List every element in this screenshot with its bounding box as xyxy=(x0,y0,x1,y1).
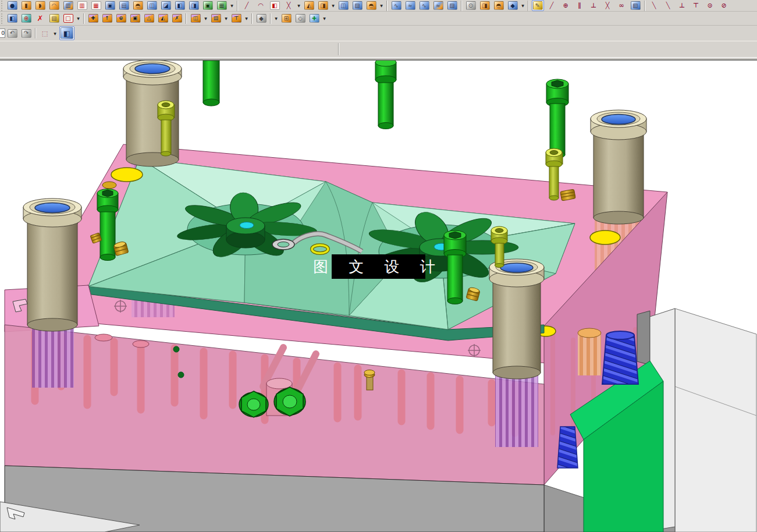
point-on-curve-icon[interactable]: ╳ xyxy=(600,0,614,12)
line-endpoint-icon[interactable]: ╲ xyxy=(647,0,661,12)
unused-feature-icon[interactable]: ◇ xyxy=(293,12,307,25)
wave-remove-icon[interactable]: ✗ xyxy=(170,12,184,25)
toolbar-drag-handle[interactable] xyxy=(1,13,4,24)
toolbar-drag-handle[interactable] xyxy=(1,1,4,11)
socket-screw-right-impeller[interactable] xyxy=(444,230,466,304)
revolve-icon[interactable]: ◗ xyxy=(33,0,47,12)
swept-surface-icon[interactable]: ∿ xyxy=(417,0,431,12)
circle-center-icon[interactable]: ⊙ xyxy=(703,0,717,12)
move-component-icon[interactable]: ✚ xyxy=(307,12,321,25)
socket-screw-top-right[interactable] xyxy=(546,79,568,158)
facet-body-icon[interactable]: ◆ xyxy=(506,0,520,12)
hole-icon[interactable]: ▥ xyxy=(75,0,89,12)
curvature-analysis-icon[interactable]: ◓ xyxy=(492,0,506,12)
dropdown-arrow[interactable]: ▼ xyxy=(330,0,336,12)
socket-screw-2[interactable] xyxy=(375,61,396,129)
brass-plug-top-right[interactable] xyxy=(560,189,575,201)
n-sided-surface-icon[interactable]: ▨ xyxy=(445,0,459,12)
dropdown-arrow[interactable]: ▼ xyxy=(273,13,279,24)
value-field[interactable]: 0 xyxy=(0,29,5,38)
wave-datum-icon[interactable]: ◭ xyxy=(156,12,170,25)
split-view-icon[interactable]: ◧ xyxy=(5,12,19,25)
perpendicular-dimension-icon[interactable]: ⊥ xyxy=(675,0,689,12)
wave-link-add-icon[interactable]: ✚ xyxy=(86,12,100,25)
sketch-line-icon[interactable]: ╱ xyxy=(545,0,559,12)
graphics-viewport[interactable]: 图 文 设 计 xyxy=(0,61,757,532)
dropdown-arrow[interactable]: ▼ xyxy=(52,27,58,39)
unite-icon[interactable]: ◨ xyxy=(187,0,201,12)
guide-bushing-bottom-right[interactable] xyxy=(489,259,544,379)
wave-measure-icon[interactable]: ⊤ xyxy=(229,12,243,25)
move-face-icon[interactable]: ◭ xyxy=(302,0,316,12)
dropdown-arrow[interactable]: ▼ xyxy=(321,13,328,24)
offset-curve-icon[interactable]: ∞ xyxy=(614,0,628,12)
bounded-plane-icon[interactable]: ◧ xyxy=(268,0,282,12)
dropdown-arrow[interactable]: ▼ xyxy=(296,0,302,12)
wave-select-icon[interactable]: ⊕ xyxy=(114,12,128,25)
face-analysis-icon[interactable]: ◨ xyxy=(478,0,492,12)
return-spring-right[interactable] xyxy=(602,331,638,384)
linked-body-icon[interactable]: ▣ xyxy=(201,0,215,12)
3d-model-canvas[interactable]: 图 文 设 计 xyxy=(0,61,757,532)
sphere-icon[interactable]: ● xyxy=(5,0,19,12)
shaded-display-icon[interactable]: ◧ xyxy=(58,27,76,40)
line-icon[interactable]: ╱ xyxy=(240,0,254,12)
parallel-constraint-icon-glyph: ∥ xyxy=(575,1,585,10)
section-surface-icon[interactable]: ≈ xyxy=(431,0,445,12)
arc-icon[interactable]: ◠ xyxy=(254,0,268,12)
shell-icon[interactable]: ◫ xyxy=(145,0,159,12)
quilt-icon[interactable]: ▨ xyxy=(350,0,364,12)
vertical-dimension-icon[interactable]: ⊤ xyxy=(689,0,703,12)
sweep-icon[interactable]: ◠ xyxy=(47,0,61,12)
display-frame-icon[interactable]: □ xyxy=(61,12,75,25)
trim-body-icon[interactable]: ◪ xyxy=(159,0,173,12)
boss-icon[interactable]: ▣ xyxy=(103,0,117,12)
sketch-pencil-icon[interactable]: ✎ xyxy=(531,0,545,12)
sketch-cube-icon[interactable]: ▧ xyxy=(628,0,642,12)
guide-bushing-top-right[interactable] xyxy=(591,110,646,224)
sketch-csys-icon[interactable]: ⊕ xyxy=(559,0,573,12)
split-body-icon[interactable]: ◧ xyxy=(173,0,187,12)
delete-icon[interactable]: ✗ xyxy=(33,12,47,25)
offset-surface-icon[interactable]: ◫ xyxy=(336,0,350,12)
inactive-part-icon[interactable]: ◆ xyxy=(254,12,268,25)
datum-axis-icon[interactable]: ╳ xyxy=(282,0,296,12)
parallel-constraint-icon[interactable]: ∥ xyxy=(573,0,587,12)
tube-icon[interactable]: ◓ xyxy=(364,0,378,12)
dropdown-arrow[interactable]: ▼ xyxy=(520,0,526,12)
perpendicular-constraint-icon[interactable]: ⊥ xyxy=(587,0,600,12)
guide-bushing-left[interactable] xyxy=(23,198,81,331)
pocket-icon[interactable]: ▤ xyxy=(117,0,131,12)
extension-sheet-icon[interactable]: ◨ xyxy=(316,0,330,12)
block-icon[interactable]: ▥ xyxy=(61,0,75,12)
extrude-icon[interactable]: ▮ xyxy=(19,0,33,12)
wave-layout-icon[interactable]: ▤ xyxy=(209,12,223,25)
examine-geometry-icon[interactable]: ⊙ xyxy=(464,0,478,12)
socket-screw-1[interactable] xyxy=(203,61,219,106)
wave-annotate-icon[interactable]: ▣ xyxy=(128,12,142,25)
redo-icon[interactable]: ↷ xyxy=(19,27,33,40)
dropdown-arrow[interactable]: ▼ xyxy=(202,13,209,24)
wave-triangle-icon[interactable]: △ xyxy=(142,12,156,25)
datum-plane-icon[interactable]: ▦ xyxy=(89,0,103,12)
undo-icon[interactable]: ↶ xyxy=(5,27,19,40)
wave-copy-icon[interactable]: ◫ xyxy=(189,12,202,25)
dropdown-arrow[interactable]: ▼ xyxy=(243,13,250,24)
open-group-icon[interactable]: ▤ xyxy=(47,12,61,25)
dropdown-arrow[interactable]: ▼ xyxy=(378,0,385,12)
dropdown-arrow[interactable]: ▼ xyxy=(223,13,229,24)
wave-extract-icon[interactable]: ↑ xyxy=(100,12,114,25)
circle-diameter-icon[interactable]: ⊘ xyxy=(717,0,731,12)
return-spring-lower[interactable] xyxy=(557,427,578,468)
line-midpoint-icon[interactable]: ╲ xyxy=(661,0,675,12)
ruled-surface-icon[interactable]: ∿ xyxy=(389,0,403,12)
dropdown-arrow[interactable]: ▼ xyxy=(75,13,81,24)
datum-csys-icon[interactable]: ⊕ xyxy=(19,12,33,25)
linked-mirror-icon[interactable]: ▦ xyxy=(215,0,229,12)
pattern-grid-icon[interactable]: ⊞ xyxy=(279,12,293,25)
marquee-select-icon[interactable]: ⬚ xyxy=(38,27,52,40)
toolbar-separator xyxy=(461,1,462,11)
dropdown-arrow[interactable]: ▼ xyxy=(229,0,235,12)
through-curves-icon[interactable]: ≈ xyxy=(403,0,417,12)
cylinder-icon[interactable]: ◓ xyxy=(131,0,145,12)
